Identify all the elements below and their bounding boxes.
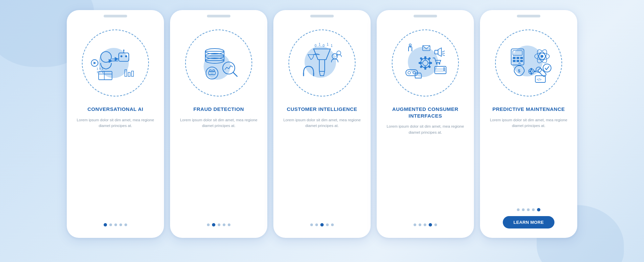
dot-active — [320, 223, 324, 226]
card-conversational-ai: 1 0 1 1 0 0 CONVERSATIONAL AI Lorem ipsu… — [67, 10, 164, 238]
card-customer-intelligence: 0 1 0 1 1 — [273, 10, 371, 238]
card-augmented-consumer-interfaces: AUGMENTED CONSUMER INTERFACES Lorem ipsu… — [377, 10, 474, 238]
illustration-predictive-maintenance: $ </> — [492, 26, 566, 100]
dot — [218, 223, 220, 226]
svg-rect-74 — [517, 60, 519, 62]
card-title-4: AUGMENTED CONSUMER INTERFACES — [384, 106, 467, 119]
svg-text:1: 1 — [327, 43, 329, 46]
dot — [124, 223, 127, 226]
svg-point-58 — [443, 67, 445, 69]
svg-rect-15 — [131, 71, 133, 76]
svg-rect-60 — [435, 50, 438, 54]
svg-rect-91 — [534, 71, 536, 72]
svg-rect-69 — [513, 51, 522, 55]
svg-rect-71 — [517, 57, 519, 59]
card-body-3: Lorem ipsum dolor sit dim amet, mea regi… — [281, 117, 363, 129]
svg-line-61 — [442, 51, 445, 52]
illustration-conversational-ai: 1 0 1 1 0 0 — [78, 26, 152, 100]
pagination-dots-2 — [207, 223, 230, 226]
dot — [527, 208, 530, 211]
dot — [532, 208, 535, 211]
dot — [517, 208, 520, 211]
svg-rect-92 — [529, 71, 531, 72]
svg-point-5 — [123, 50, 124, 51]
illustration-augmented-consumer-interfaces — [388, 26, 462, 100]
svg-text:1 0 0: 1 0 0 — [97, 70, 103, 74]
svg-rect-44 — [419, 62, 422, 64]
svg-rect-75 — [520, 60, 523, 62]
svg-rect-43 — [424, 66, 426, 70]
card-title-3: CUSTOMER INTELLIGENCE — [287, 106, 357, 113]
svg-point-82 — [543, 64, 551, 72]
card-title-2: FRAUD DETECTION — [194, 106, 244, 113]
illustration-fraud-detection — [182, 26, 256, 100]
svg-line-22 — [233, 72, 237, 76]
card-title-5: PREDICTIVE MAINTENANCE — [492, 106, 565, 113]
svg-point-0 — [101, 52, 111, 62]
svg-point-53 — [408, 71, 411, 74]
pagination-dots-1 — [104, 223, 127, 226]
svg-point-66 — [439, 63, 440, 65]
svg-marker-12 — [94, 62, 96, 64]
dot — [119, 223, 122, 226]
card-title-1: CONVERSATIONAL AI — [88, 106, 144, 113]
dot — [522, 208, 525, 211]
svg-point-2 — [120, 55, 122, 57]
svg-rect-42 — [424, 56, 426, 60]
dot — [331, 223, 334, 226]
svg-rect-13 — [125, 70, 127, 76]
card-fraud-detection: FRAUD DETECTION Lorem ipsum dolor sit di… — [170, 10, 267, 238]
svg-text:1: 1 — [319, 43, 321, 46]
svg-text:0: 0 — [323, 44, 325, 48]
svg-rect-1 — [119, 53, 129, 61]
card-body-5: Lorem ipsum dolor sit dim amet, mea regi… — [487, 117, 570, 129]
dot — [223, 223, 225, 226]
dot — [228, 223, 230, 226]
svg-point-3 — [125, 55, 127, 57]
svg-rect-48 — [420, 65, 423, 68]
svg-rect-90 — [531, 73, 532, 75]
svg-point-59 — [443, 69, 445, 71]
svg-text:0: 0 — [315, 44, 317, 48]
svg-point-41 — [423, 60, 428, 66]
learn-more-button[interactable]: LEARN MORE — [503, 216, 554, 228]
svg-point-37 — [337, 51, 341, 55]
card-body-1: Lorem ipsum dolor sit dim amet, mea regi… — [74, 117, 157, 129]
svg-text:</>: </> — [537, 78, 542, 81]
svg-point-65 — [436, 63, 438, 65]
svg-rect-45 — [429, 62, 432, 64]
svg-rect-73 — [513, 60, 516, 62]
dot — [326, 223, 329, 226]
dot-active — [104, 223, 107, 226]
svg-rect-14 — [128, 72, 130, 76]
dot-active — [537, 208, 540, 211]
dot-active — [212, 223, 215, 226]
dot — [207, 223, 210, 226]
svg-rect-47 — [428, 57, 431, 60]
svg-text:1 0 1: 1 0 1 — [97, 67, 103, 70]
svg-rect-49 — [428, 65, 431, 68]
dot — [310, 223, 313, 226]
svg-point-80 — [541, 55, 543, 58]
dot — [109, 223, 112, 226]
dot — [419, 223, 421, 226]
dot — [414, 223, 416, 226]
pagination-dots-4 — [414, 223, 437, 226]
card-body-2: Lorem ipsum dolor sit dim amet, mea regi… — [177, 117, 260, 129]
svg-line-63 — [442, 55, 445, 56]
svg-point-28 — [210, 71, 214, 75]
svg-point-54 — [413, 71, 416, 74]
dot-active — [429, 223, 432, 226]
dot — [114, 223, 117, 226]
svg-rect-89 — [531, 68, 532, 70]
svg-marker-29 — [314, 49, 330, 60]
svg-text:1: 1 — [331, 44, 333, 48]
dot — [434, 223, 437, 226]
card-predictive-maintenance: $ </> PREDICTIVE MAINTENANCE Lorem ipsum… — [480, 10, 577, 238]
svg-point-36 — [332, 54, 337, 59]
dot — [315, 223, 318, 226]
svg-rect-30 — [319, 60, 325, 71]
svg-rect-72 — [520, 57, 523, 59]
svg-text:$: $ — [518, 68, 521, 73]
illustration-customer-intelligence: 0 1 0 1 1 — [285, 26, 359, 100]
